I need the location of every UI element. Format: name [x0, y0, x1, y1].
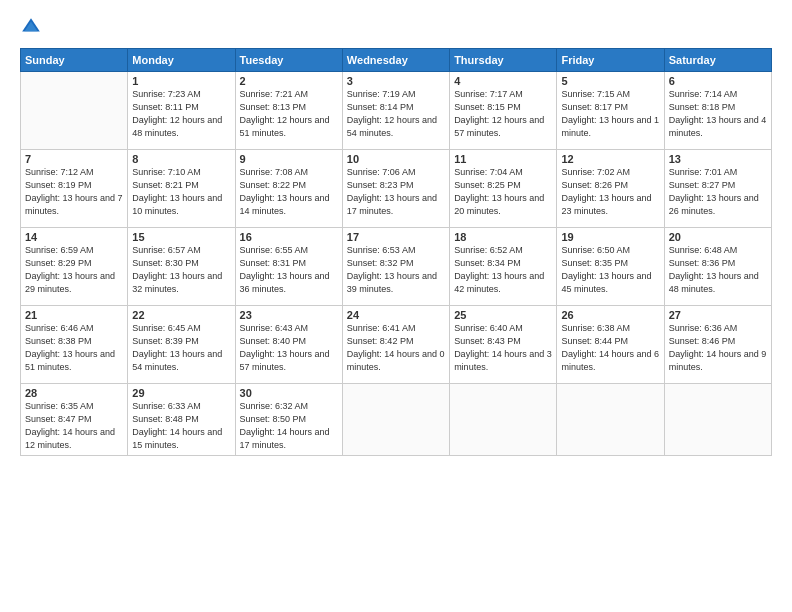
day-number: 23	[240, 309, 338, 321]
calendar-cell	[342, 384, 449, 456]
logo-icon	[20, 16, 42, 38]
day-info: Sunrise: 7:01 AMSunset: 8:27 PMDaylight:…	[669, 166, 767, 218]
day-info: Sunrise: 7:15 AMSunset: 8:17 PMDaylight:…	[561, 88, 659, 140]
calendar-cell: 20Sunrise: 6:48 AMSunset: 8:36 PMDayligh…	[664, 228, 771, 306]
day-info: Sunrise: 6:32 AMSunset: 8:50 PMDaylight:…	[240, 400, 338, 452]
day-number: 19	[561, 231, 659, 243]
calendar-cell: 8Sunrise: 7:10 AMSunset: 8:21 PMDaylight…	[128, 150, 235, 228]
day-info: Sunrise: 7:12 AMSunset: 8:19 PMDaylight:…	[25, 166, 123, 218]
calendar-cell: 13Sunrise: 7:01 AMSunset: 8:27 PMDayligh…	[664, 150, 771, 228]
calendar-cell	[21, 72, 128, 150]
day-info: Sunrise: 6:53 AMSunset: 8:32 PMDaylight:…	[347, 244, 445, 296]
day-number: 25	[454, 309, 552, 321]
calendar-cell: 12Sunrise: 7:02 AMSunset: 8:26 PMDayligh…	[557, 150, 664, 228]
page: SundayMondayTuesdayWednesdayThursdayFrid…	[0, 0, 792, 612]
calendar-cell: 26Sunrise: 6:38 AMSunset: 8:44 PMDayligh…	[557, 306, 664, 384]
calendar-cell: 19Sunrise: 6:50 AMSunset: 8:35 PMDayligh…	[557, 228, 664, 306]
calendar-table: SundayMondayTuesdayWednesdayThursdayFrid…	[20, 48, 772, 456]
day-number: 9	[240, 153, 338, 165]
logo	[20, 16, 46, 38]
day-header: Friday	[557, 49, 664, 72]
calendar-cell: 5Sunrise: 7:15 AMSunset: 8:17 PMDaylight…	[557, 72, 664, 150]
day-info: Sunrise: 7:06 AMSunset: 8:23 PMDaylight:…	[347, 166, 445, 218]
calendar-week-row: 21Sunrise: 6:46 AMSunset: 8:38 PMDayligh…	[21, 306, 772, 384]
day-info: Sunrise: 7:08 AMSunset: 8:22 PMDaylight:…	[240, 166, 338, 218]
day-number: 30	[240, 387, 338, 399]
day-info: Sunrise: 7:02 AMSunset: 8:26 PMDaylight:…	[561, 166, 659, 218]
day-number: 12	[561, 153, 659, 165]
day-number: 28	[25, 387, 123, 399]
day-number: 24	[347, 309, 445, 321]
day-info: Sunrise: 6:55 AMSunset: 8:31 PMDaylight:…	[240, 244, 338, 296]
day-number: 18	[454, 231, 552, 243]
calendar-week-row: 14Sunrise: 6:59 AMSunset: 8:29 PMDayligh…	[21, 228, 772, 306]
day-info: Sunrise: 6:35 AMSunset: 8:47 PMDaylight:…	[25, 400, 123, 452]
day-info: Sunrise: 6:50 AMSunset: 8:35 PMDaylight:…	[561, 244, 659, 296]
calendar-cell: 3Sunrise: 7:19 AMSunset: 8:14 PMDaylight…	[342, 72, 449, 150]
day-number: 22	[132, 309, 230, 321]
calendar-cell: 29Sunrise: 6:33 AMSunset: 8:48 PMDayligh…	[128, 384, 235, 456]
calendar-cell	[664, 384, 771, 456]
day-number: 6	[669, 75, 767, 87]
day-number: 26	[561, 309, 659, 321]
day-number: 1	[132, 75, 230, 87]
day-info: Sunrise: 7:23 AMSunset: 8:11 PMDaylight:…	[132, 88, 230, 140]
calendar-cell: 30Sunrise: 6:32 AMSunset: 8:50 PMDayligh…	[235, 384, 342, 456]
day-number: 8	[132, 153, 230, 165]
calendar-cell: 16Sunrise: 6:55 AMSunset: 8:31 PMDayligh…	[235, 228, 342, 306]
day-header: Wednesday	[342, 49, 449, 72]
day-info: Sunrise: 7:19 AMSunset: 8:14 PMDaylight:…	[347, 88, 445, 140]
calendar-cell: 2Sunrise: 7:21 AMSunset: 8:13 PMDaylight…	[235, 72, 342, 150]
calendar-week-row: 1Sunrise: 7:23 AMSunset: 8:11 PMDaylight…	[21, 72, 772, 150]
calendar-cell: 6Sunrise: 7:14 AMSunset: 8:18 PMDaylight…	[664, 72, 771, 150]
day-number: 29	[132, 387, 230, 399]
calendar-cell: 17Sunrise: 6:53 AMSunset: 8:32 PMDayligh…	[342, 228, 449, 306]
calendar-cell: 22Sunrise: 6:45 AMSunset: 8:39 PMDayligh…	[128, 306, 235, 384]
header	[20, 16, 772, 38]
day-info: Sunrise: 6:43 AMSunset: 8:40 PMDaylight:…	[240, 322, 338, 374]
calendar-cell: 25Sunrise: 6:40 AMSunset: 8:43 PMDayligh…	[450, 306, 557, 384]
day-header: Sunday	[21, 49, 128, 72]
day-number: 14	[25, 231, 123, 243]
calendar-cell: 11Sunrise: 7:04 AMSunset: 8:25 PMDayligh…	[450, 150, 557, 228]
calendar-cell: 27Sunrise: 6:36 AMSunset: 8:46 PMDayligh…	[664, 306, 771, 384]
day-header: Saturday	[664, 49, 771, 72]
calendar-cell: 7Sunrise: 7:12 AMSunset: 8:19 PMDaylight…	[21, 150, 128, 228]
day-number: 11	[454, 153, 552, 165]
day-number: 4	[454, 75, 552, 87]
day-info: Sunrise: 6:52 AMSunset: 8:34 PMDaylight:…	[454, 244, 552, 296]
calendar-cell: 18Sunrise: 6:52 AMSunset: 8:34 PMDayligh…	[450, 228, 557, 306]
day-info: Sunrise: 7:04 AMSunset: 8:25 PMDaylight:…	[454, 166, 552, 218]
day-number: 5	[561, 75, 659, 87]
day-info: Sunrise: 6:45 AMSunset: 8:39 PMDaylight:…	[132, 322, 230, 374]
calendar-cell: 28Sunrise: 6:35 AMSunset: 8:47 PMDayligh…	[21, 384, 128, 456]
day-info: Sunrise: 7:10 AMSunset: 8:21 PMDaylight:…	[132, 166, 230, 218]
day-number: 16	[240, 231, 338, 243]
calendar-cell: 21Sunrise: 6:46 AMSunset: 8:38 PMDayligh…	[21, 306, 128, 384]
day-info: Sunrise: 6:36 AMSunset: 8:46 PMDaylight:…	[669, 322, 767, 374]
day-header: Tuesday	[235, 49, 342, 72]
calendar-cell: 24Sunrise: 6:41 AMSunset: 8:42 PMDayligh…	[342, 306, 449, 384]
day-header: Thursday	[450, 49, 557, 72]
calendar-cell	[557, 384, 664, 456]
day-info: Sunrise: 6:57 AMSunset: 8:30 PMDaylight:…	[132, 244, 230, 296]
calendar-cell: 23Sunrise: 6:43 AMSunset: 8:40 PMDayligh…	[235, 306, 342, 384]
day-number: 15	[132, 231, 230, 243]
day-info: Sunrise: 6:59 AMSunset: 8:29 PMDaylight:…	[25, 244, 123, 296]
calendar-cell	[450, 384, 557, 456]
calendar-cell: 4Sunrise: 7:17 AMSunset: 8:15 PMDaylight…	[450, 72, 557, 150]
day-info: Sunrise: 7:21 AMSunset: 8:13 PMDaylight:…	[240, 88, 338, 140]
day-header: Monday	[128, 49, 235, 72]
day-info: Sunrise: 6:40 AMSunset: 8:43 PMDaylight:…	[454, 322, 552, 374]
day-number: 13	[669, 153, 767, 165]
day-info: Sunrise: 6:33 AMSunset: 8:48 PMDaylight:…	[132, 400, 230, 452]
calendar-cell: 14Sunrise: 6:59 AMSunset: 8:29 PMDayligh…	[21, 228, 128, 306]
day-number: 20	[669, 231, 767, 243]
calendar-week-row: 7Sunrise: 7:12 AMSunset: 8:19 PMDaylight…	[21, 150, 772, 228]
day-number: 2	[240, 75, 338, 87]
day-number: 17	[347, 231, 445, 243]
day-number: 3	[347, 75, 445, 87]
calendar-cell: 1Sunrise: 7:23 AMSunset: 8:11 PMDaylight…	[128, 72, 235, 150]
day-number: 21	[25, 309, 123, 321]
day-info: Sunrise: 6:46 AMSunset: 8:38 PMDaylight:…	[25, 322, 123, 374]
